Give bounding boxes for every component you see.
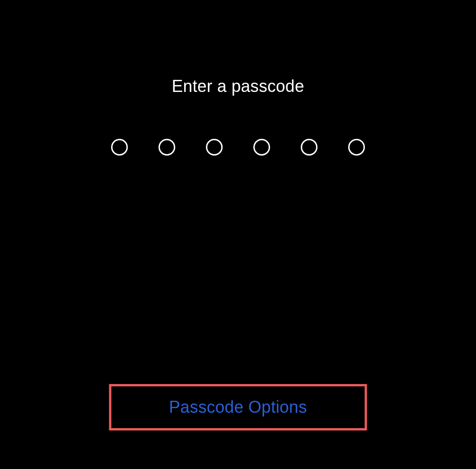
passcode-dot-6	[348, 139, 365, 156]
passcode-dot-2	[159, 139, 175, 156]
passcode-options-highlight: Passcode Options	[109, 384, 367, 430]
passcode-dot-5	[301, 139, 317, 156]
passcode-dot-1	[111, 139, 128, 156]
passcode-dot-3	[206, 139, 223, 156]
passcode-input-dots[interactable]	[111, 139, 365, 156]
passcode-title: Enter a passcode	[172, 77, 304, 96]
passcode-dot-4	[253, 139, 270, 156]
passcode-options-button[interactable]: Passcode Options	[169, 397, 307, 417]
